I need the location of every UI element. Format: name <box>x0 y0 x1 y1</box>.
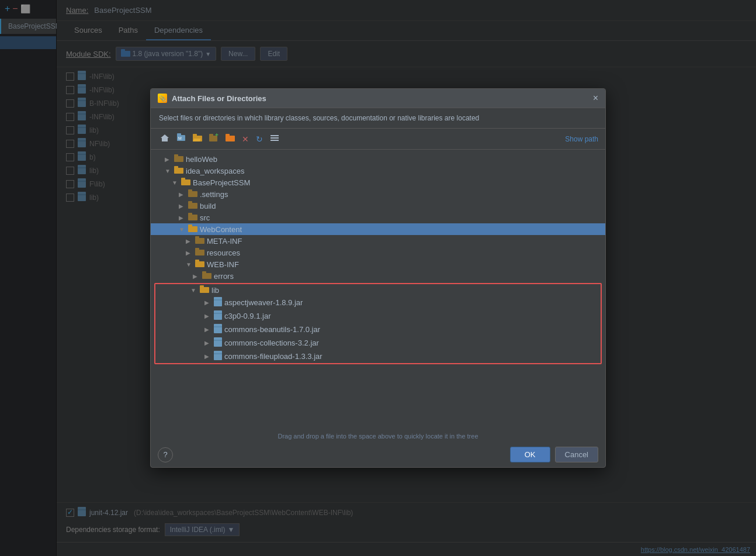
folder-icon-idea-workspaces <box>174 166 183 175</box>
svg-rect-37 <box>271 137 279 139</box>
dialog-overlay: 📎 Attach Files or Directories × Select f… <box>0 0 756 556</box>
folder-icon-resources <box>195 248 204 257</box>
tree-item-webcontent[interactable]: ▼ WebContent <box>151 223 605 235</box>
orange-folder-button[interactable] <box>223 132 237 146</box>
tree-label-metainf: META-INF <box>207 237 242 246</box>
attach-files-dialog: 📎 Attach Files or Directories × Select f… <box>150 88 606 468</box>
tree-label-webinf: WEB-INF <box>207 260 239 269</box>
module-root-button[interactable]: M <box>174 132 188 146</box>
jar-icon-commons-fileupload <box>214 351 222 362</box>
folder-icon-metainf <box>195 236 204 246</box>
tree-item-commons-collections[interactable]: ▶ commons-collections-3.2.jar <box>155 336 601 350</box>
tree-item-resources[interactable]: ▶ resources <box>151 247 605 258</box>
dialog-close-button[interactable]: × <box>593 94 598 103</box>
drag-hint: Drag and drop a file into the space abov… <box>151 430 605 442</box>
expand-arrow: ▶ <box>204 299 211 306</box>
folder-icon-errors <box>202 271 211 281</box>
tree-item-aspectjweaver[interactable]: ▶ aspectjweaver-1.8.9.jar <box>155 296 601 309</box>
file-tree: ▶ helloWeb ▼ idea_workspaces ▼ <box>151 150 605 430</box>
home-button[interactable] <box>158 132 172 146</box>
dialog-bottom-row: ? OK Cancel <box>151 442 605 467</box>
tree-item-build[interactable]: ▶ build <box>151 200 605 212</box>
tree-item-commons-fileupload[interactable]: ▶ commons-fileupload-1.3.3.jar <box>155 350 601 363</box>
delete-button[interactable]: ✕ <box>240 134 251 144</box>
svg-rect-67 <box>214 324 222 333</box>
svg-rect-40 <box>174 154 178 157</box>
tree-item-baseproject[interactable]: ▼ BaseProjectSSM <box>151 177 605 188</box>
new-folder-button[interactable]: + <box>207 132 221 146</box>
folder-icon-webinf <box>195 260 204 269</box>
svg-rect-35 <box>226 134 230 137</box>
svg-marker-30 <box>193 139 201 141</box>
tree-label-build: build <box>200 202 216 210</box>
svg-rect-43 <box>181 179 190 185</box>
show-path-link[interactable]: Show path <box>565 135 598 143</box>
jar-icon-c3p0 <box>214 310 222 322</box>
tree-label-c3p0: c3p0-0.9.1.jar <box>224 312 271 320</box>
tree-item-lib[interactable]: ▼ lib <box>155 284 601 296</box>
tree-label-webcontent: WebContent <box>200 225 242 234</box>
tree-item-helloweb[interactable]: ▶ helloWeb <box>151 153 605 165</box>
tree-item-idea-workspaces[interactable]: ▼ idea_workspaces <box>151 165 605 177</box>
svg-rect-53 <box>195 238 204 244</box>
dialog-toolbar: M + <box>151 129 605 150</box>
tree-label-aspectjweaver: aspectjweaver-1.8.9.jar <box>224 298 303 307</box>
tree-item-webinf[interactable]: ▼ WEB-INF <box>151 258 605 270</box>
tree-label-idea-workspaces: idea_workspaces <box>186 167 244 175</box>
expand-arrow: ▼ <box>172 179 179 186</box>
expand-arrow: ▶ <box>179 191 186 198</box>
dialog-action-buttons: OK Cancel <box>510 447 598 462</box>
lib-highlighted-group: ▼ lib ▶ aspectjweaver-1.8.9.jar <box>154 283 602 364</box>
tree-label-commons-collections: commons-collections-3.2.jar <box>224 339 319 347</box>
svg-marker-24 <box>161 134 169 141</box>
expand-arrow: ▶ <box>193 273 200 279</box>
ide-background: + − ⬜ BaseProjectSSM Name: BaseProjectSS… <box>0 0 756 556</box>
svg-rect-45 <box>188 191 197 197</box>
tree-label-commons-fileupload: commons-fileupload-1.3.3.jar <box>224 352 322 361</box>
tree-item-settings[interactable]: ▶ .settings <box>151 188 605 200</box>
svg-rect-47 <box>188 203 197 209</box>
tree-item-metainf[interactable]: ▶ META-INF <box>151 235 605 247</box>
svg-rect-46 <box>188 189 192 192</box>
svg-rect-58 <box>195 260 199 262</box>
folder-icon-src <box>188 213 197 222</box>
dialog-title-text: Attach Files or Directories <box>172 94 266 103</box>
svg-rect-59 <box>202 273 211 279</box>
expand-arrow: ▼ <box>186 261 193 268</box>
expand-arrow: ▶ <box>186 250 193 256</box>
expand-arrow: ▶ <box>204 353 211 360</box>
svg-rect-52 <box>188 225 192 227</box>
svg-rect-44 <box>181 178 185 180</box>
help-button[interactable]: ? <box>158 447 173 462</box>
view-options-button[interactable] <box>268 132 282 146</box>
expand-arrow: ▶ <box>204 326 211 333</box>
dialog-description: Select files or directories in which lib… <box>151 108 605 129</box>
tree-item-errors[interactable]: ▶ errors <box>151 270 605 282</box>
dialog-title: 📎 Attach Files or Directories <box>158 94 266 103</box>
folder-icon-lib <box>200 285 209 295</box>
tree-item-commons-beanutils[interactable]: ▶ commons-beanutils-1.7.0.jar <box>155 323 601 336</box>
svg-rect-32 <box>209 134 213 137</box>
ok-button[interactable]: OK <box>510 447 550 462</box>
folder-icon-settings <box>188 189 197 199</box>
svg-rect-62 <box>200 285 204 288</box>
cancel-button[interactable]: Cancel <box>555 447 598 462</box>
svg-rect-54 <box>195 236 199 239</box>
svg-rect-39 <box>174 156 183 162</box>
tree-label-errors: errors <box>214 272 234 281</box>
folder-icon-helloweb <box>174 154 183 164</box>
tree-item-src[interactable]: ▶ src <box>151 212 605 223</box>
refresh-button[interactable]: ↻ <box>254 134 265 144</box>
dialog-title-icon: 📎 <box>158 94 167 103</box>
svg-text:+: + <box>215 133 219 138</box>
folder-icon-webcontent <box>188 225 197 234</box>
folder-icon-build <box>188 201 197 210</box>
tree-label-baseproject: BaseProjectSSM <box>193 178 250 187</box>
open-folder-button[interactable] <box>190 132 204 146</box>
svg-rect-63 <box>214 297 222 306</box>
tree-item-c3p0[interactable]: ▶ c3p0-0.9.1.jar <box>155 309 601 323</box>
svg-text:M: M <box>178 136 182 140</box>
svg-rect-36 <box>271 135 279 136</box>
expand-arrow: ▶ <box>179 203 186 209</box>
tree-label-lib: lib <box>211 286 219 295</box>
